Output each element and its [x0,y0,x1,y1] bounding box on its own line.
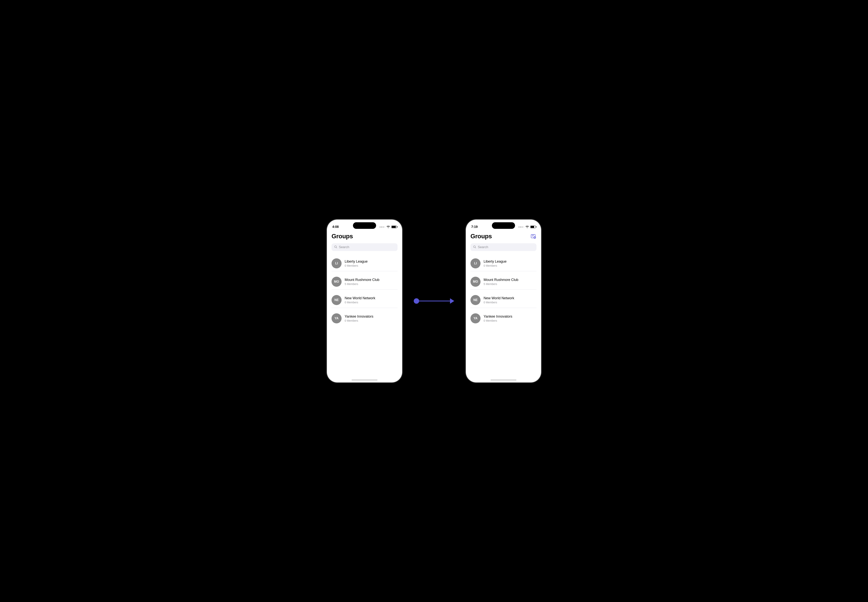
group-members-li-right: 0 Members [484,264,507,267]
arrow-connector [414,298,454,304]
group-info-li-right: Liberty League 0 Members [484,260,507,267]
add-group-button[interactable] [530,233,536,240]
group-name-ne-right: New World Network [484,296,514,300]
group-name-ne-left: New World Network [345,296,375,300]
group-members-mo-right: 5 Members [484,283,518,286]
page-header-right: Groups [470,233,536,240]
search-icon-left [334,246,337,249]
time-right: 7:19 [471,225,478,229]
group-item-mo-left[interactable]: MO Mount Rushmore Club 5 Members [332,274,398,292]
page-title-right: Groups [470,233,492,240]
group-name-li-left: Liberty League [345,260,368,264]
phone-left: 4:08 [327,220,402,382]
group-members-mo-left: 5 Members [345,283,379,286]
wifi-icon-left [387,225,390,229]
phone-content-right: Groups Search [466,231,541,329]
group-name-ya-right: Yankee Innovators [484,315,512,319]
group-list-right: LI Liberty League 0 Members MO Mount Rus… [470,256,536,329]
avatar-mo-right: MO [470,277,481,287]
page-title-left: Groups [332,233,353,240]
signal-icon-left [379,227,385,227]
group-name-mo-right: Mount Rushmore Club [484,278,518,282]
arrow-head [450,298,454,304]
search-placeholder-left: Search [339,245,349,249]
group-item-ne-left[interactable]: NE New World Network 0 Members [332,292,398,311]
group-members-ya-right: 0 Members [484,319,512,322]
avatar-mo-left: MO [332,277,341,287]
group-name-li-right: Liberty League [484,260,507,264]
avatar-ya-left: YA [332,313,341,323]
group-info-ya-right: Yankee Innovators 0 Members [484,315,512,322]
group-item-li-left[interactable]: LI Liberty League 0 Members [332,256,398,274]
page-header-left: Groups [332,233,398,240]
search-bar-right[interactable]: Search [470,243,536,251]
signal-icon-right [519,227,524,227]
group-info-mo-left: Mount Rushmore Club 5 Members [345,278,379,286]
phone-right: 7:19 [466,220,541,382]
group-item-ne-right[interactable]: NE New World Network 0 Members [470,292,536,311]
group-members-ne-right: 0 Members [484,301,514,304]
arrow-line [414,298,454,304]
dynamic-island-right [492,222,515,229]
group-info-ne-right: New World Network 0 Members [484,296,514,304]
search-icon-right [473,246,476,249]
avatar-ya-right: YA [470,313,481,323]
group-name-ya-left: Yankee Innovators [345,315,373,319]
group-item-ya-left[interactable]: YA Yankee Innovators 0 Members [332,311,398,329]
search-placeholder-right: Search [478,245,488,249]
group-info-ne-left: New World Network 0 Members [345,296,375,304]
group-item-li-right[interactable]: LI Liberty League 0 Members [470,256,536,274]
group-item-ya-right[interactable]: YA Yankee Innovators 0 Members [470,311,536,329]
avatar-li-right: LI [470,258,481,269]
arrow-shaft [419,301,450,301]
home-indicator-right [490,379,516,381]
search-bar-left[interactable]: Search [332,243,398,251]
battery-icon-right [530,226,536,228]
group-item-mo-right[interactable]: MO Mount Rushmore Club 5 Members [470,274,536,292]
time-left: 4:08 [332,225,339,229]
avatar-ne-right: NE [470,295,481,305]
group-list-left: LI Liberty League 0 Members MO Mount Rus… [332,256,398,329]
status-icons-left [379,225,397,229]
group-info-ya-left: Yankee Innovators 0 Members [345,315,373,322]
group-members-ne-left: 0 Members [345,301,375,304]
group-name-mo-left: Mount Rushmore Club [345,278,379,282]
group-members-ya-left: 0 Members [345,319,373,322]
battery-icon-left [391,226,397,228]
group-members-li-left: 0 Members [345,264,368,267]
phone-content-left: Groups Search LI Liberty Lea [327,231,402,329]
wifi-icon-right [525,225,529,229]
group-info-mo-right: Mount Rushmore Club 5 Members [484,278,518,286]
scene: 4:08 [319,212,549,390]
avatar-ne-left: NE [332,295,341,305]
avatar-li-left: LI [332,258,341,269]
arrow-dot [414,298,419,304]
status-icons-right [519,225,536,229]
group-info-li-left: Liberty League 0 Members [345,260,368,267]
home-indicator-left [352,379,378,381]
dynamic-island-left [353,222,376,229]
